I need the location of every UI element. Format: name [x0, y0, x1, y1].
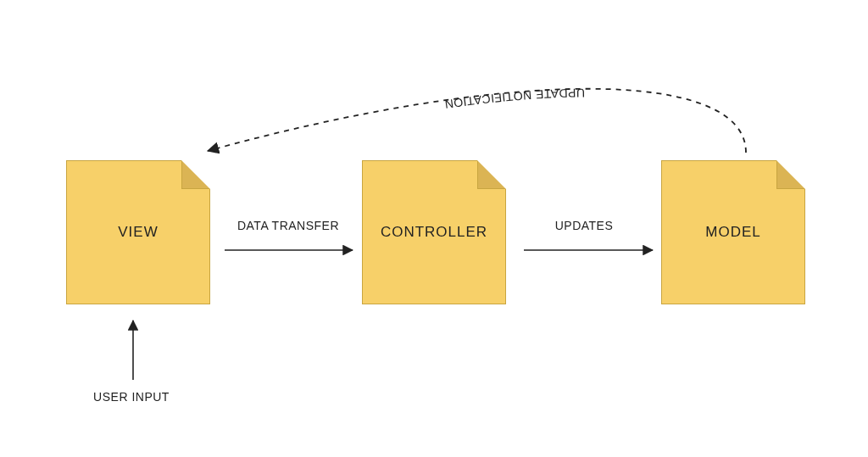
- edge-user-input-label: USER INPUT: [72, 390, 191, 404]
- node-controller-label: CONTROLLER: [363, 161, 505, 304]
- node-model: MODEL: [661, 160, 805, 304]
- node-controller: CONTROLLER: [362, 160, 506, 304]
- node-view-label: VIEW: [67, 161, 209, 304]
- node-view: VIEW: [66, 160, 210, 304]
- edge-updates-label: UPDATES: [525, 219, 643, 232]
- arrow-update-notification: [208, 89, 746, 153]
- edge-data-transfer-label: DATA TRANSFER: [220, 219, 356, 232]
- node-model-label: MODEL: [662, 161, 804, 304]
- edge-update-notification-label: UPDATE NOTIFICATION: [443, 86, 585, 112]
